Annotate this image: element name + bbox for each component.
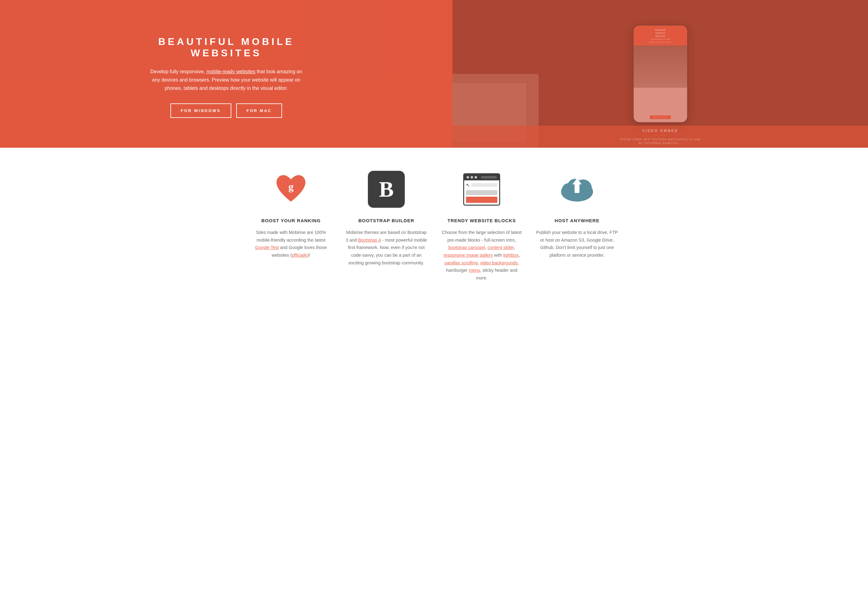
cursor-icon: ↖ — [466, 182, 470, 188]
feature-bootstrap: B BOOTSTRAP BUILDER Mobirise themes are … — [345, 169, 428, 281]
feature-title-trendy: TRENDY WEBSITE BLOCKS — [448, 218, 516, 223]
bootstrap4-link[interactable]: Bootstrap 4 — [358, 238, 381, 242]
feature-icon-heart: g — [271, 169, 311, 209]
svg-rect-5 — [575, 183, 580, 193]
bootstrap-carousel-link[interactable]: bootstrap carousel — [448, 245, 485, 250]
browser-mockup: ↖ — [463, 173, 500, 205]
hero-title: BEAUTIFUL MOBILE WEBSITES — [146, 36, 306, 59]
feature-title-boost: BOOST YOUR RANKING — [262, 218, 321, 223]
browser-btn1 — [467, 176, 469, 179]
officially-link[interactable]: officially — [292, 253, 308, 258]
feature-title-bootstrap: BOOTSTRAP BUILDER — [358, 218, 414, 223]
lightbox-link[interactable]: lightbox — [503, 253, 519, 258]
feature-desc-boost: Sites made with Mobirise are 100% mobile… — [250, 229, 333, 259]
hero-content: BEAUTIFUL MOBILE WEBSITES Develop fully … — [146, 36, 306, 118]
browser-block-mid — [466, 190, 498, 195]
browser-content: ↖ — [464, 180, 499, 205]
browser-addressbar — [481, 176, 497, 179]
bootstrap-b-icon: B — [368, 171, 405, 208]
features-grid: g BOOST YOUR RANKING Sites made with Mob… — [250, 169, 618, 281]
browser-nav-row: ↖ — [466, 182, 498, 189]
feature-trendy-blocks: ↖ TRENDY WEBSITE BLOCKS Choose from the … — [440, 169, 523, 281]
browser-titlebar — [464, 174, 499, 180]
feature-desc-trendy: Choose from the large selection of lates… — [440, 229, 523, 281]
browser-wrapper: ↖ — [463, 173, 500, 205]
feature-icon-cloud — [557, 169, 597, 209]
hero-left-panel: BEAUTIFUL MOBILE WEBSITES Develop fully … — [0, 0, 453, 148]
parallax-link[interactable]: parallax scrolling — [445, 260, 478, 265]
cloud-upload-svg — [557, 174, 597, 205]
svg-text:g: g — [288, 181, 294, 193]
content-slider-link[interactable]: content slider — [488, 245, 514, 250]
hero-description: Develop fully responsive, mobile-ready w… — [146, 67, 306, 93]
browser-block-accent — [466, 197, 498, 203]
google-test-link[interactable]: Google Test — [255, 245, 279, 250]
responsive-gallery-link[interactable]: responsive image gallery — [443, 253, 493, 258]
feature-icon-browser: ↖ — [462, 169, 502, 209]
features-section: g BOOST YOUR RANKING Sites made with Mob… — [0, 148, 868, 300]
feature-boost-ranking: g BOOST YOUR RANKING Sites made with Mob… — [250, 169, 333, 281]
feature-host-anywhere: HOST ANYWHERE Publish your website to a … — [535, 169, 618, 281]
hero-section: BEAUTIFUL MOBILE WEBSITES Develop fully … — [0, 0, 868, 148]
heart-svg: g — [274, 173, 308, 205]
windows-button[interactable]: FOR WINDOWS — [170, 103, 231, 118]
browser-btn3 — [474, 176, 477, 179]
browser-btn2 — [471, 176, 473, 179]
video-bg-link[interactable]: video backgrounds — [480, 260, 518, 265]
feature-title-host: HOST ANYWHERE — [555, 218, 600, 223]
feature-desc-bootstrap: Mobirise themes are based on Bootstrap 3… — [345, 229, 428, 267]
menu-link[interactable]: menu — [469, 268, 480, 273]
mobile-ready-link[interactable]: mobile-ready websites — [206, 69, 255, 74]
feature-icon-bootstrap: B — [366, 169, 406, 209]
browser-block-top — [471, 183, 498, 187]
mac-button[interactable]: FOR MAC — [236, 103, 282, 118]
feature-desc-host: Publish your website to a local drive, F… — [535, 229, 618, 259]
hero-buttons-group: FOR WINDOWS FOR MAC — [146, 103, 306, 118]
